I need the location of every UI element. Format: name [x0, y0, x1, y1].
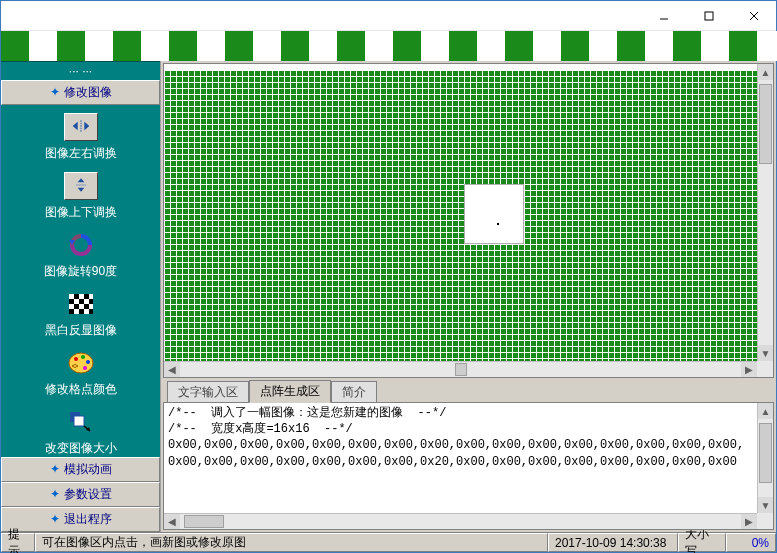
grid-top-margin	[164, 64, 757, 70]
rotate-icon	[69, 233, 93, 257]
maximize-button[interactable]	[686, 1, 731, 30]
sidebar-tools: 图像左右调换 图像上下调换 图像旋转90度 黑白反显图像	[1, 105, 160, 457]
bottom-panel: 文字输入区 点阵生成区 简介 /*-- 调入了一幅图像：这是您新建的图像 --*…	[163, 380, 774, 530]
pixel-dot	[497, 223, 499, 225]
status-percent: 0%	[726, 533, 776, 552]
tool-label: 图像上下调换	[45, 204, 117, 221]
scroll-down-icon[interactable]: ▼	[758, 497, 773, 513]
sidebar-header-modify-image[interactable]: ✦修改图像	[1, 80, 160, 105]
sidebar-footer-label: 参数设置	[64, 487, 112, 501]
status-hint-text: 可在图像区内点击，画新图或修改原图	[35, 533, 548, 552]
scroll-corner	[757, 361, 773, 377]
tab-dot-matrix[interactable]: 点阵生成区	[249, 380, 331, 403]
scroll-up-icon[interactable]: ▲	[758, 403, 773, 419]
scroll-right-icon[interactable]: ▶	[741, 514, 757, 529]
sidebar-top-truncated: ··· ···	[1, 61, 160, 80]
main-area: ▲ ▼ ◀ ▶ 文字输入区 点阵生成区 简介 /*-- 调	[161, 61, 776, 532]
scroll-down-icon[interactable]: ▼	[758, 345, 773, 361]
pixel-grid	[164, 64, 757, 361]
tool-rotate-90[interactable]: 图像旋转90度	[1, 231, 160, 280]
svg-rect-13	[74, 416, 84, 426]
sidebar-footer-simulate[interactable]: ✦模拟动画	[1, 457, 160, 482]
tab-text-input[interactable]: 文字输入区	[167, 381, 249, 403]
scroll-thumb[interactable]	[455, 363, 467, 376]
statusbar: 提示 可在图像区内点击，画新图或修改原图 2017-10-09 14:30:38…	[1, 532, 776, 552]
scroll-up-icon[interactable]: ▲	[758, 64, 773, 80]
canvas-scrollbar-horizontal[interactable]: ◀ ▶	[164, 361, 757, 377]
code-scrollbar-horizontal[interactable]: ◀ ▶	[164, 513, 757, 529]
code-output: /*-- 调入了一幅图像：这是您新建的图像 --*/ /*-- 宽度x高度=16…	[163, 402, 774, 530]
tool-label: 黑白反显图像	[45, 322, 117, 339]
tool-invert-bw[interactable]: 黑白反显图像	[1, 290, 160, 339]
canvas-scrollbar-vertical[interactable]: ▲ ▼	[757, 64, 773, 361]
sidebar: ··· ··· ✦修改图像 图像左右调换 图像上下调换	[1, 61, 161, 532]
minimize-button[interactable]	[641, 1, 686, 30]
sidebar-footer-params[interactable]: ✦参数设置	[1, 482, 160, 507]
canvas-area: ▲ ▼ ◀ ▶	[163, 63, 774, 378]
canvas[interactable]	[164, 64, 757, 361]
titlebar	[1, 1, 776, 31]
tool-resize-image[interactable]: 改变图像大小	[1, 408, 160, 457]
tool-label: 图像旋转90度	[44, 263, 117, 280]
status-hint-label: 提示	[1, 533, 35, 552]
flip-horizontal-icon	[71, 118, 91, 137]
svg-point-9	[81, 355, 85, 359]
tool-label: 改变图像大小	[45, 440, 117, 457]
status-timestamp: 2017-10-09 14:30:38	[548, 533, 678, 552]
checker-icon	[69, 294, 93, 314]
palette-icon	[68, 352, 94, 374]
scroll-corner	[757, 513, 773, 529]
sidebar-header-label: 修改图像	[64, 85, 112, 99]
diamond-icon: ✦	[50, 85, 60, 99]
resize-icon	[70, 412, 92, 432]
scroll-left-icon[interactable]: ◀	[164, 362, 180, 377]
tool-label: 图像左右调换	[45, 145, 117, 162]
code-text[interactable]: /*-- 调入了一幅图像：这是您新建的图像 --*/ /*-- 宽度x高度=16…	[164, 403, 757, 513]
sidebar-footer-label: 模拟动画	[64, 462, 112, 476]
tab-about[interactable]: 简介	[331, 381, 377, 403]
status-caps: 大小写	[678, 533, 726, 552]
close-button[interactable]	[731, 1, 776, 30]
scroll-left-icon[interactable]: ◀	[164, 514, 180, 529]
window: ··· ··· ✦修改图像 图像左右调换 图像上下调换	[0, 0, 777, 553]
svg-point-11	[83, 366, 87, 370]
new-image-block[interactable]	[464, 184, 524, 244]
svg-point-10	[86, 360, 90, 364]
scroll-thumb[interactable]	[759, 84, 772, 164]
tool-grid-color[interactable]: 修改格点颜色	[1, 349, 160, 398]
top-stripe	[1, 31, 776, 61]
tool-flip-vertical[interactable]: 图像上下调换	[1, 172, 160, 221]
svg-point-8	[74, 357, 78, 361]
tool-flip-horizontal[interactable]: 图像左右调换	[1, 113, 160, 162]
flip-vertical-icon	[71, 177, 91, 196]
svg-rect-1	[705, 12, 713, 20]
scroll-thumb[interactable]	[184, 515, 224, 528]
bottom-tabs: 文字输入区 点阵生成区 简介	[163, 380, 774, 402]
scroll-right-icon[interactable]: ▶	[741, 362, 757, 377]
code-scrollbar-vertical[interactable]: ▲ ▼	[757, 403, 773, 513]
sidebar-footer-label: 退出程序	[64, 512, 112, 526]
tool-label: 修改格点颜色	[45, 381, 117, 398]
scroll-thumb[interactable]	[759, 423, 772, 483]
